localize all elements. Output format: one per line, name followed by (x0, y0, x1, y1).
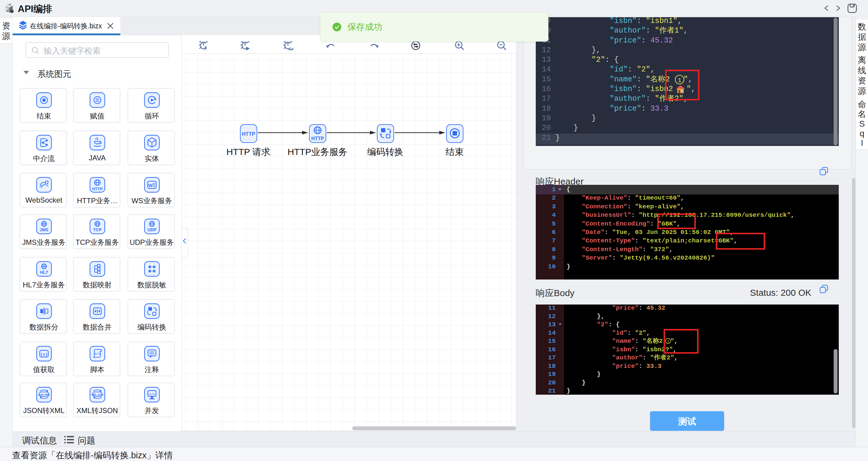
svg-text:JMS: JMS (39, 227, 48, 232)
svg-text:TCP: TCP (93, 227, 102, 232)
svg-text:</>: </> (95, 352, 101, 356)
svg-text:W: W (148, 183, 153, 188)
svg-text:Json-XML: Json-XML (38, 393, 50, 396)
svg-text:XML-Json: XML-Json (91, 393, 103, 396)
svg-text:HL7: HL7 (40, 270, 48, 275)
svg-text:HTTP: HTTP (311, 136, 324, 141)
svg-text:UDP: UDP (148, 227, 156, 232)
svg-text:HTTP: HTTP (242, 131, 255, 137)
svg-text:</>: </> (149, 393, 155, 396)
svg-text:1: 1 (667, 339, 669, 344)
svg-text:1: 1 (678, 77, 681, 84)
svg-text:(x): (x) (40, 352, 47, 357)
svg-text:HTTP: HTTP (92, 187, 102, 191)
